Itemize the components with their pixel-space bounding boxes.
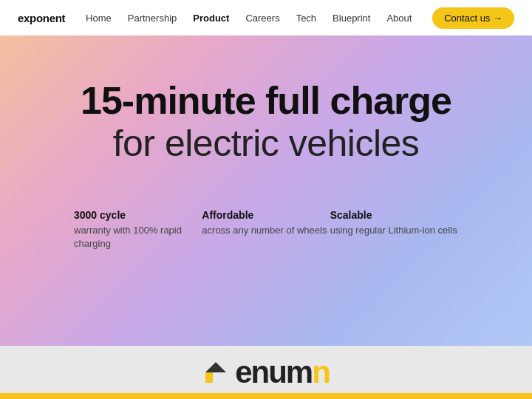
hero-title-line1: 15-minute full charge <box>81 80 451 122</box>
svg-rect-0 <box>205 372 213 383</box>
bottom-bar: enumn <box>0 346 532 399</box>
feature-1: Affordable across any number of wheels <box>202 209 330 250</box>
nav-link-tech[interactable]: Tech <box>296 13 316 24</box>
feature-1-desc: across any number of wheels <box>202 224 330 237</box>
feature-0-desc: warranty with 100% rapid charging <box>74 224 202 250</box>
feature-0-title: 3000 cycle <box>74 209 202 221</box>
feature-1-title: Affordable <box>202 209 330 221</box>
contact-button[interactable]: Contact us → <box>432 7 514 29</box>
yellow-accent-bar <box>0 393 532 399</box>
hero-section: 15-minute full charge for electric vehic… <box>0 35 532 346</box>
bottom-logo: enumn <box>202 355 330 390</box>
feature-0: 3000 cycle warranty with 100% rapid char… <box>74 209 202 250</box>
hero-title-line2: for electric vehicles <box>113 122 420 165</box>
nav-logo[interactable]: exponent <box>18 12 65 24</box>
features-row: 3000 cycle warranty with 100% rapid char… <box>0 209 532 250</box>
nav-link-about[interactable]: About <box>386 13 412 24</box>
nav-link-partnership[interactable]: Partnership <box>128 13 177 24</box>
feature-2-title: Scalable <box>330 209 458 221</box>
logo-icon <box>202 359 229 386</box>
navbar: exponent Home Partnership Product Career… <box>0 0 532 35</box>
nav-link-product[interactable]: Product <box>193 13 229 24</box>
feature-2: Scalable using regular Lithium-ion cells <box>330 209 458 250</box>
nav-links: Home Partnership Product Careers Tech Bl… <box>86 13 412 24</box>
nav-link-blueprint[interactable]: Blueprint <box>332 13 370 24</box>
nav-link-home[interactable]: Home <box>86 13 112 24</box>
nav-link-careers[interactable]: Careers <box>245 13 279 24</box>
svg-marker-1 <box>205 362 226 372</box>
feature-2-desc: using regular Lithium-ion cells <box>330 224 458 237</box>
